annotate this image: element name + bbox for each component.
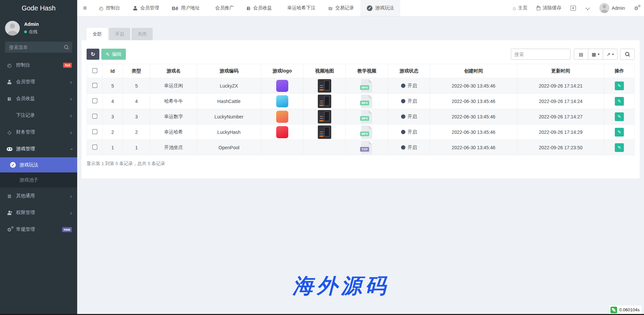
search-toggle-button[interactable]	[620, 49, 635, 60]
cell-tutorial: MP4	[346, 124, 388, 140]
topnav-item-label: 幸运哈希下注	[287, 5, 315, 11]
table-search-input[interactable]	[511, 49, 571, 60]
view-button-group: ▤ ▦ ▾ ↗ ▾	[574, 49, 617, 60]
cell-code: OpenPool	[197, 140, 261, 155]
status-badge: 开启	[388, 114, 430, 120]
toolbar: ↻ ✎ 编辑 ▤ ▦ ▾	[87, 49, 635, 60]
export-button[interactable]: ↗ ▾	[603, 49, 617, 60]
row-checkbox[interactable]	[92, 98, 97, 103]
tab-2[interactable]: 关闭	[132, 28, 153, 40]
cell-actions: ✎	[604, 78, 634, 94]
chevron-left-icon: ‹	[70, 113, 72, 118]
sidebar-item-icon-wrap	[5, 147, 13, 151]
topnav-clear-cache[interactable]: 清除缓存	[537, 5, 561, 11]
sidebar-item-gears[interactable]: ⚙常规管理new	[0, 221, 77, 238]
expand-icon	[585, 5, 590, 11]
sidebar-item-calendar[interactable]: 下注记录‹	[0, 107, 77, 124]
sidebar-user-panel: Admin 在线	[0, 16, 77, 39]
topnav-language[interactable]	[571, 6, 576, 11]
tab-0[interactable]: 全部	[87, 28, 108, 40]
file-icon: MP4	[361, 110, 372, 123]
sidebar-item-dashboard[interactable]: ◴控制台hot	[0, 57, 77, 73]
cell-name: 幸运庄闲	[150, 78, 197, 94]
sidebar-item-person[interactable]: 会员管理‹	[0, 73, 77, 90]
sidebar-subitem-hexagon[interactable]: 游戏池子	[0, 172, 77, 188]
cell-actions: ✎	[604, 109, 634, 124]
row-checkbox[interactable]	[92, 114, 97, 119]
cell-type: 5	[123, 78, 150, 94]
bitcoin-icon: Ƀ	[8, 96, 11, 101]
status-label: 开启	[408, 129, 417, 135]
row-edit-button[interactable]: ✎	[615, 128, 624, 137]
topnav-item-bitcoin[interactable]: Ƀ会员收益	[240, 0, 278, 16]
sidebar-subitem-wand[interactable]: 游戏玩法	[0, 157, 77, 172]
topnav-item-wand[interactable]: 游戏玩法	[360, 0, 400, 16]
sidebar-item-bitcoin[interactable]: Ƀ会员收益‹	[0, 90, 77, 107]
row-checkbox[interactable]	[92, 145, 97, 150]
refresh-button[interactable]: ↻	[87, 49, 99, 60]
cell-name: 哈希牛牛	[150, 94, 197, 109]
status-dot-icon	[401, 84, 405, 88]
user-status-label: 在线	[29, 29, 38, 35]
search-icon	[625, 52, 630, 57]
edit-button-label: 编辑	[112, 51, 121, 57]
hamburger-menu-icon[interactable]: ≡	[77, 0, 93, 16]
sidebar-item-users[interactable]: 权限管理‹	[0, 204, 77, 221]
games-table: Id类型游戏名游戏编码游戏logo视频地图教学视频游戏状态创建时间更新时间操作 …	[87, 64, 635, 155]
topnav-item-person[interactable]: 会员管理	[127, 0, 165, 16]
topnav-item-calendar[interactable]: 幸运哈希下注	[278, 0, 322, 16]
tab-1[interactable]: 开启	[109, 28, 130, 40]
row-checkbox[interactable]	[92, 83, 97, 88]
sidebar-item-diamond[interactable]: ◇财务管理‹	[0, 124, 77, 141]
table-row: 33幸运数字LuckyNumberMP4开启2022-06-30 13:45:4…	[87, 109, 635, 124]
columns-button[interactable]: ▦ ▾	[588, 49, 603, 60]
row-select-cell	[87, 78, 103, 94]
topnav-item-label: 用户地址	[181, 5, 200, 11]
topnav-user[interactable]: Admin	[599, 3, 625, 13]
debug-time-badge[interactable]: 0.060104s	[610, 306, 642, 314]
detail-view-button[interactable]: ▤	[574, 49, 588, 60]
list-ul-icon: ≣	[7, 194, 12, 199]
topnav-item-dashboard[interactable]: ◴控制台	[93, 0, 127, 16]
topnav-item-behance[interactable]: Bē用户地址	[165, 0, 206, 16]
cell-id: 1	[103, 140, 123, 155]
cell-created: 2022-06-30 13:45:46	[430, 78, 517, 94]
file-icon: TOP	[361, 141, 372, 154]
language-icon	[571, 6, 576, 11]
topnav-fullscreen[interactable]	[585, 5, 590, 11]
sidebar-item-icon-wrap: Ƀ	[5, 96, 13, 101]
sidebar-item-gamepad[interactable]: 游戏管理‹	[0, 141, 77, 157]
sidebar-item-list-ul[interactable]: ≣其他通用‹	[0, 188, 77, 204]
column-header: Id	[103, 64, 123, 78]
row-edit-button[interactable]: ✎	[615, 82, 624, 90]
row-edit-button[interactable]: ✎	[615, 112, 624, 121]
topnav-item-shekel[interactable]: ₪交易记录	[322, 0, 360, 16]
sidebar-item-icon-wrap: ◇	[5, 130, 13, 135]
edit-button[interactable]: ✎ 编辑	[101, 49, 126, 60]
sidebar-item-label: 其他通用	[16, 193, 35, 199]
person-icon	[7, 80, 12, 84]
cell-actions: ✎	[604, 124, 634, 140]
status-label: 开启	[408, 145, 417, 151]
cell-created: 2022-06-30 13:45:46	[430, 94, 517, 109]
column-header: 视频地图	[303, 64, 346, 78]
topnav-item-handshake[interactable]: 会员推广	[206, 0, 240, 16]
row-select-cell	[87, 124, 103, 140]
chevron-down-icon: ‹	[70, 147, 72, 152]
cell-id: 5	[103, 78, 123, 94]
topnav-settings[interactable]: ⚙	[634, 6, 639, 11]
gears-icon: ⚙	[7, 227, 11, 232]
cell-logo	[261, 124, 303, 140]
sidebar-search-input[interactable]	[5, 42, 72, 53]
topnav-right: ⌂主页清除缓存Admin⚙	[513, 0, 644, 16]
record-summary: 显示第 1 到第 5 条记录，总共 5 条记录	[87, 161, 635, 167]
row-checkbox[interactable]	[92, 129, 97, 134]
row-edit-button[interactable]: ✎	[615, 97, 624, 106]
file-icon: MP4	[361, 95, 372, 108]
topnav-home[interactable]: ⌂主页	[513, 5, 528, 11]
select-all-checkbox[interactable]	[92, 68, 97, 73]
top-navbar: ≡ ◴控制台会员管理Bē用户地址会员推广Ƀ会员收益幸运哈希下注₪交易记录游戏玩法…	[77, 0, 644, 16]
sidebar-item-icon-wrap: ≣	[5, 194, 13, 199]
file-type-label: TOP	[360, 147, 369, 152]
row-edit-button[interactable]: ✎	[615, 143, 624, 152]
